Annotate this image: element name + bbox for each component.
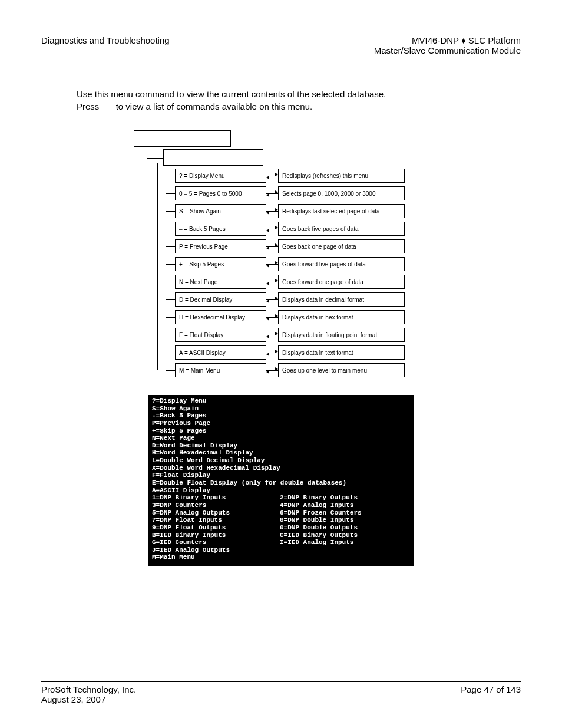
menu-row: 0 – 5 = Pages 0 to 5000Selects page 0, 1…: [166, 186, 405, 200]
footer-page-number: Page 47 of 143: [461, 684, 521, 704]
menu-row: D = Decimal DisplayDisplays data in deci…: [166, 292, 405, 307]
command-box: – = Back 5 Pages: [175, 222, 266, 236]
terminal-col-2: 2=DNP Binary Outputs 4=DNP Analog Inputs…: [280, 494, 408, 561]
command-box: F = Float Display: [175, 328, 266, 342]
description-box: Displays data in hex format: [278, 310, 405, 324]
row-left-connector: [166, 193, 175, 194]
top-box-2: [163, 149, 263, 166]
row-arrow-connector: [266, 239, 278, 253]
row-arrow-connector: [266, 363, 278, 377]
menu-row: P = Previous PageGoes back one page of d…: [166, 239, 405, 253]
description-box: Goes forward five pages of data: [278, 257, 405, 271]
row-arrow-connector: [266, 257, 278, 271]
terminal-top-lines: ?=Display Menu S=Show Again -=Back 5 Pag…: [152, 397, 408, 494]
page-header: Diagnostics and Troubleshooting MVI46-DN…: [41, 35, 521, 58]
command-box: 0 – 5 = Pages 0 to 5000: [175, 186, 266, 200]
terminal-columns: 1=DNP Binary Inputs 3=DNP Counters 5=DNP…: [152, 494, 408, 561]
row-arrow-connector: [266, 204, 278, 218]
row-arrow-connector: [266, 345, 278, 360]
menu-row: A = ASCII DisplayDisplays data in text f…: [166, 345, 405, 360]
row-left-connector: [166, 229, 175, 229]
row-arrow-connector: [266, 222, 278, 236]
description-box: Goes back five pages of data: [278, 222, 405, 236]
menu-row: S = Show AgainRedisplays last selected p…: [166, 204, 405, 218]
menu-row: – = Back 5 PagesGoes back five pages of …: [166, 222, 405, 236]
intro-line2: Press to view a list of commands availab…: [77, 100, 521, 113]
page-footer: ProSoft Technology, Inc. August 23, 2007…: [41, 681, 521, 704]
command-box: P = Previous Page: [175, 239, 266, 253]
row-left-connector: [166, 335, 175, 335]
footer-company: ProSoft Technology, Inc.: [41, 684, 136, 694]
top-box-1: [134, 130, 231, 147]
row-left-connector: [166, 370, 175, 371]
menu-rows: ? = Display MenuRedisplays (refreshes) t…: [166, 169, 405, 377]
description-box: Selects page 0, 1000, 2000 or 3000: [278, 186, 405, 200]
row-left-connector: [166, 246, 175, 247]
row-left-connector: [166, 317, 175, 318]
top-connector: [147, 147, 163, 159]
row-left-connector: [166, 299, 175, 300]
command-box: N = Next Page: [175, 275, 266, 289]
row-left-connector: [166, 264, 175, 265]
row-left-connector: [166, 176, 175, 176]
description-box: Displays data in floating point format: [278, 328, 405, 342]
menu-diagram: ? = Display MenuRedisplays (refreshes) t…: [41, 130, 521, 377]
description-box: Displays data in decimal format: [278, 292, 405, 307]
header-left: Diagnostics and Troubleshooting: [41, 35, 170, 55]
command-box: H = Hexadecimal Display: [175, 310, 266, 324]
menu-row: + = Skip 5 PagesGoes forward five pages …: [166, 257, 405, 271]
menu-row: H = Hexadecimal DisplayDisplays data in …: [166, 310, 405, 324]
row-left-connector: [166, 282, 175, 282]
row-arrow-connector: [266, 310, 278, 324]
diagram-top-boxes: [134, 130, 275, 169]
description-box: Displays data in text format: [278, 345, 405, 360]
menu-row: ? = Display MenuRedisplays (refreshes) t…: [166, 169, 405, 183]
command-box: M = Main Menu: [175, 363, 266, 377]
command-box: A = ASCII Display: [175, 345, 266, 360]
intro-line1: Use this menu command to view the curren…: [77, 88, 521, 100]
header-right-line2: Master/Slave Communication Module: [374, 45, 521, 55]
menu-row: N = Next PageGoes forward one page of da…: [166, 275, 405, 289]
menu-row: F = Float DisplayDisplays data in floati…: [166, 328, 405, 342]
row-arrow-connector: [266, 186, 278, 200]
footer-date: August 23, 2007: [41, 694, 136, 704]
row-arrow-connector: [266, 275, 278, 289]
terminal-col-1: 1=DNP Binary Inputs 3=DNP Counters 5=DNP…: [152, 494, 280, 561]
command-box: D = Decimal Display: [175, 292, 266, 307]
description-box: Redisplays last selected page of data: [278, 204, 405, 218]
row-arrow-connector: [266, 328, 278, 342]
description-box: Goes up one level to main menu: [278, 363, 405, 377]
footer-left: ProSoft Technology, Inc. August 23, 2007: [41, 684, 136, 704]
header-right-line1: MVI46-DNP ♦ SLC Platform: [374, 35, 521, 45]
command-box: S = Show Again: [175, 204, 266, 218]
description-box: Goes forward one page of data: [278, 275, 405, 289]
command-box: + = Skip 5 Pages: [175, 257, 266, 271]
row-left-connector: [166, 353, 175, 353]
row-arrow-connector: [266, 169, 278, 183]
menu-row: M = Main MenuGoes up one level to main m…: [166, 363, 405, 377]
row-left-connector: [166, 211, 175, 212]
description-box: Redisplays (refreshes) this menu: [278, 169, 405, 183]
row-arrow-connector: [266, 292, 278, 307]
vertical-connector: [157, 166, 166, 377]
header-right: MVI46-DNP ♦ SLC Platform Master/Slave Co…: [374, 35, 521, 55]
intro-text: Use this menu command to view the curren…: [77, 88, 521, 113]
command-box: ? = Display Menu: [175, 169, 266, 183]
description-box: Goes back one page of data: [278, 239, 405, 253]
terminal-screenshot: ?=Display Menu S=Show Again -=Back 5 Pag…: [148, 395, 414, 566]
